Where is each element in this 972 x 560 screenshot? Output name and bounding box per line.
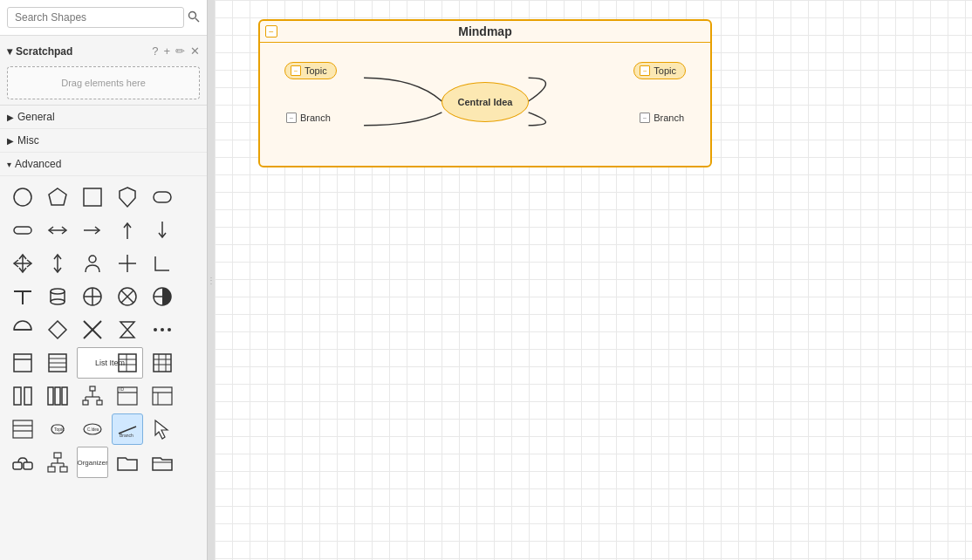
shape-branch[interactable]: Branch (112, 413, 143, 445)
topic-left-icon: − (291, 65, 301, 76)
collapse-arrow[interactable]: ▾ (7, 45, 12, 58)
svg-marker-3 (49, 188, 66, 205)
shape-hourglass[interactable] (112, 314, 143, 345)
svg-marker-36 (120, 322, 134, 338)
shape-link[interactable] (7, 447, 38, 478)
svg-marker-5 (120, 188, 135, 207)
svg-marker-33 (49, 321, 66, 338)
shape-folder2[interactable] (147, 447, 178, 478)
svg-rect-40 (14, 354, 31, 372)
shape-rounded-rect[interactable] (147, 181, 178, 213)
shape-cross[interactable] (112, 248, 143, 279)
svg-point-2 (14, 188, 31, 206)
svg-point-15 (89, 256, 96, 263)
branch-left[interactable]: − Branch (286, 113, 331, 123)
misc-arrow-icon: ▶ (7, 136, 14, 146)
svg-rect-61 (83, 400, 88, 405)
svg-rect-7 (14, 227, 31, 234)
shape-stadium[interactable] (7, 215, 38, 246)
shape-columns2[interactable] (42, 380, 73, 412)
shape-diamond[interactable] (42, 314, 73, 345)
shape-circle[interactable] (7, 181, 38, 213)
shape-table[interactable] (112, 347, 143, 379)
shape-corner[interactable] (147, 248, 178, 279)
shape-central-idea[interactable]: C.Idea (77, 413, 108, 445)
shape-mindmap-list[interactable] (7, 413, 38, 445)
svg-rect-87 (60, 467, 67, 472)
svg-rect-73 (13, 420, 32, 438)
svg-rect-55 (14, 387, 21, 405)
shape-tree[interactable] (77, 380, 108, 412)
shape-org-text[interactable]: Organizer (77, 447, 108, 478)
svg-rect-50 (154, 354, 171, 372)
shapes-scroll[interactable]: ▶ General ▶ Misc ▾ Advanced (0, 106, 207, 560)
svg-rect-56 (24, 387, 31, 405)
add-icon[interactable]: + (163, 44, 170, 58)
shape-circle-half[interactable] (147, 281, 178, 312)
shape-mindmap-node[interactable]: Topic (42, 413, 73, 445)
shape-entity[interactable]: ID (112, 380, 143, 412)
scratchpad-section: ▾ Scratchpad ? + ✏ ✕ Drag elements here (0, 36, 207, 106)
mindmap-inner: − Topic − Branch Central Idea − (260, 43, 710, 160)
shape-arrow-up-down[interactable] (42, 248, 73, 279)
shape-entity2[interactable] (147, 380, 178, 412)
shape-person[interactable] (77, 248, 108, 279)
shape-arrow-right[interactable] (77, 215, 108, 246)
shape-window[interactable] (7, 347, 38, 379)
general-arrow-icon: ▶ (7, 113, 14, 122)
close-icon[interactable]: ✕ (190, 44, 200, 58)
drag-area[interactable]: Drag elements here (7, 66, 200, 99)
shape-list[interactable] (42, 347, 73, 379)
svg-text:Branch: Branch (120, 433, 133, 438)
category-advanced[interactable]: ▾ Advanced (0, 153, 207, 176)
shape-dots[interactable] (147, 314, 178, 345)
svg-point-37 (154, 328, 157, 331)
mindmap-box[interactable]: − Mindmap (258, 19, 712, 167)
shape-org-chart[interactable] (42, 447, 73, 478)
shape-t[interactable] (7, 281, 38, 312)
shape-arrow-left-right[interactable] (42, 215, 73, 246)
shape-half-circle[interactable] (7, 314, 38, 345)
shape-circle-cross[interactable] (77, 281, 108, 312)
shape-arrow-up[interactable] (112, 215, 143, 246)
shape-arrows-4way[interactable] (7, 248, 38, 279)
search-icon (188, 10, 200, 23)
svg-rect-86 (48, 467, 55, 472)
panel-divider[interactable]: ⋮ (208, 0, 215, 560)
shape-square[interactable] (77, 181, 108, 213)
category-misc[interactable]: ▶ Misc (0, 129, 207, 153)
svg-point-38 (161, 328, 164, 331)
advanced-shapes-grid: List Item (0, 176, 207, 483)
shape-shield[interactable] (112, 181, 143, 213)
shape-columns1[interactable] (7, 380, 38, 412)
svg-point-0 (189, 11, 196, 18)
shape-cursor[interactable] (147, 413, 178, 445)
svg-rect-59 (62, 387, 67, 405)
topic-right[interactable]: − Topic (633, 62, 686, 79)
branch-right[interactable]: − Branch (640, 113, 684, 123)
shape-folder[interactable] (112, 447, 143, 478)
shape-table2[interactable] (147, 347, 178, 379)
branch-left-icon: − (286, 113, 297, 123)
canvas[interactable]: − Mindmap (215, 0, 972, 560)
topic-left[interactable]: − Topic (284, 62, 337, 79)
shape-x-circle[interactable] (112, 281, 143, 312)
shape-arrow-down[interactable] (147, 215, 178, 246)
search-input[interactable] (7, 7, 184, 28)
svg-line-1 (195, 18, 199, 22)
mindmap-container: − Mindmap (258, 19, 712, 172)
svg-point-39 (168, 328, 171, 331)
help-icon[interactable]: ? (152, 44, 158, 58)
category-general[interactable]: ▶ General (0, 106, 207, 129)
shape-x-shape[interactable] (77, 314, 108, 345)
scratchpad-header: ▾ Scratchpad ? + ✏ ✕ (7, 41, 200, 61)
mindmap-collapse-button[interactable]: − (265, 25, 277, 38)
search-button[interactable] (188, 10, 200, 25)
central-idea[interactable]: Central Idea (442, 82, 529, 122)
shape-cylinder[interactable] (42, 281, 73, 312)
edit-icon[interactable]: ✏ (175, 44, 185, 58)
shape-pentagon[interactable] (42, 181, 73, 213)
search-bar (0, 0, 207, 36)
svg-point-20 (51, 289, 65, 294)
svg-text:ID: ID (120, 386, 124, 392)
